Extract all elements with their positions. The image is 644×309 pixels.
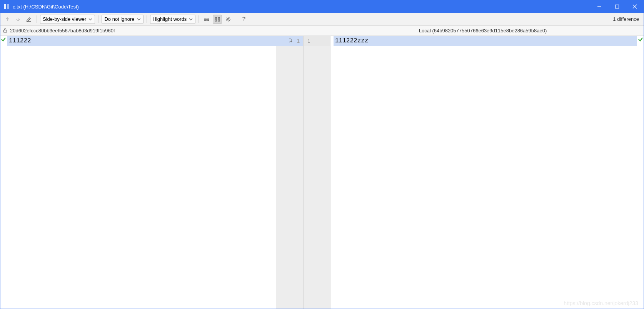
ignore-mode-label: Do not ignore	[104, 16, 134, 22]
window-controls	[591, 0, 644, 13]
gutter-line[interactable]: 1	[276, 36, 303, 46]
separator	[236, 15, 236, 23]
svg-rect-1	[7, 4, 9, 9]
chevron-down-icon	[88, 17, 92, 21]
right-pane[interactable]: 111222zzz	[330, 36, 644, 309]
diff-count: 1 difference	[613, 16, 641, 22]
help-button[interactable]	[239, 15, 249, 24]
maximize-button[interactable]	[608, 0, 626, 13]
separator	[37, 15, 37, 23]
viewer-mode-label: Side-by-side viewer	[43, 16, 86, 22]
highlight-mode-label: Highlight words	[153, 16, 187, 22]
prev-diff-button[interactable]	[3, 15, 12, 24]
left-margin	[0, 36, 7, 309]
check-icon	[638, 37, 643, 43]
highlight-mode-dropdown[interactable]: Highlight words	[150, 15, 196, 24]
gutter-line[interactable]: 1	[304, 36, 330, 46]
revision-header: 20d602efccc80bb3eef5567bab8d3d919f1b960f…	[0, 26, 644, 36]
line-text: 111222zzz	[335, 37, 368, 44]
right-revision-label: Local (64b9820577550766e63e9d115e8be286a…	[419, 28, 547, 34]
titlebar: c.txt (H:\CSDN\Git\Code\Test)	[0, 0, 644, 13]
close-button[interactable]	[626, 0, 644, 13]
minimize-button[interactable]	[591, 0, 608, 13]
diff-area: 111222 1 1 111222zzz	[0, 36, 644, 309]
code-line[interactable]: 111222	[7, 36, 276, 46]
separator	[199, 15, 199, 23]
ignore-mode-dropdown[interactable]: Do not ignore	[102, 15, 143, 24]
viewer-mode-dropdown[interactable]: Side-by-side viewer	[40, 15, 95, 24]
window-title: c.txt (H:\CSDN\Git\Code\Test)	[13, 4, 79, 10]
lock-icon	[3, 28, 8, 34]
app-icon	[3, 3, 10, 10]
code-line[interactable]: 111222zzz	[334, 36, 637, 46]
line-number: 1	[307, 38, 310, 44]
svg-rect-0	[4, 4, 6, 9]
gutter: 1 1	[276, 36, 330, 309]
chevron-down-icon	[189, 17, 193, 21]
chevron-down-icon	[137, 17, 141, 21]
right-margin	[637, 36, 644, 309]
edit-button[interactable]	[24, 15, 33, 24]
toolbar: Side-by-side viewer Do not ignore Highli…	[0, 13, 644, 26]
svg-point-10	[244, 20, 244, 21]
separator	[98, 15, 98, 23]
separator	[147, 15, 147, 23]
left-revision-label: 20d602efccc80bb3eef5567bab8d3d919f1b960f	[10, 28, 115, 34]
svg-rect-3	[616, 5, 619, 8]
line-text: 111222	[9, 37, 31, 44]
left-pane[interactable]: 111222	[0, 36, 276, 309]
svg-point-9	[227, 18, 229, 20]
insert-right-icon[interactable]	[288, 38, 294, 44]
line-number: 1	[297, 38, 300, 44]
collapse-unchanged-button[interactable]	[202, 15, 211, 24]
settings-button[interactable]	[224, 15, 233, 24]
check-icon	[1, 37, 6, 43]
sync-scroll-button[interactable]	[213, 15, 222, 24]
next-diff-button[interactable]	[13, 15, 23, 24]
svg-rect-11	[4, 30, 7, 32]
